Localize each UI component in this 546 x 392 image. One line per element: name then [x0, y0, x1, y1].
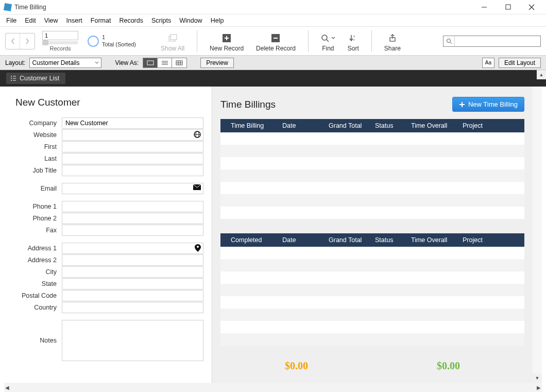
- col-time-billing: Time Billing: [231, 122, 282, 129]
- delete-record-button[interactable]: Delete Record: [256, 32, 296, 52]
- stack-icon: [168, 32, 177, 44]
- sort-button[interactable]: az Sort: [348, 32, 359, 52]
- active-billings-table: Time Billing Date Grand Total Status Tim…: [220, 119, 524, 219]
- col-status: Status: [375, 122, 411, 129]
- svg-rect-5: [170, 35, 177, 40]
- maximize-button[interactable]: [501, 4, 515, 10]
- billings-panel: Time Billings New Time Billing Time Bill…: [212, 87, 533, 383]
- sort-icon: az: [349, 32, 357, 44]
- horizontal-scrollbar[interactable]: ◀ ▶: [4, 383, 542, 392]
- prev-record-button[interactable]: [6, 33, 20, 49]
- menu-records[interactable]: Records: [119, 17, 143, 24]
- job-title-label: Job Title: [15, 167, 62, 174]
- find-button[interactable]: Find: [321, 32, 335, 52]
- preview-button[interactable]: Preview: [200, 58, 234, 68]
- job-title-field[interactable]: [62, 165, 203, 176]
- first-field[interactable]: [62, 141, 203, 152]
- table-row: [220, 309, 524, 321]
- svg-text:z: z: [353, 38, 355, 41]
- search-icon: [443, 36, 455, 46]
- view-list-button[interactable]: [158, 58, 172, 67]
- globe-icon[interactable]: [194, 131, 201, 138]
- website-label: Website: [15, 131, 62, 139]
- view-table-button[interactable]: [172, 58, 186, 67]
- table-row: [220, 145, 524, 157]
- menu-window[interactable]: Window: [179, 17, 202, 24]
- share-button[interactable]: Share: [384, 32, 401, 52]
- record-indicator: Records: [42, 31, 78, 52]
- scroll-up-button[interactable]: ▲: [537, 70, 546, 79]
- menu-edit[interactable]: Edit: [25, 17, 36, 24]
- new-record-button[interactable]: New Record: [210, 32, 244, 52]
- col-project: Project: [463, 122, 493, 129]
- address1-label: Address 1: [15, 245, 62, 252]
- record-slider[interactable]: [42, 41, 78, 44]
- mail-icon[interactable]: [193, 184, 201, 190]
- layout-select[interactable]: Customer Details: [29, 58, 101, 68]
- scroll-right-button[interactable]: ▶: [537, 385, 541, 390]
- billings-heading: Time Billings: [220, 99, 276, 110]
- menu-format[interactable]: Format: [91, 17, 111, 24]
- state-field[interactable]: [62, 278, 203, 289]
- list-icon: [10, 75, 16, 81]
- website-field[interactable]: [62, 129, 203, 141]
- company-field[interactable]: New Customer: [62, 117, 203, 129]
- close-button[interactable]: [524, 4, 539, 10]
- menu-help[interactable]: Help: [211, 17, 224, 24]
- menu-bar: File Edit View Insert Format Records Scr…: [0, 14, 546, 27]
- show-all-button[interactable]: Show All: [161, 32, 184, 52]
- company-label: Company: [15, 120, 62, 127]
- search-icon: [321, 32, 335, 44]
- col-time-overall: Time Overall: [411, 236, 463, 244]
- address2-field[interactable]: [62, 254, 203, 266]
- country-label: Country: [15, 304, 62, 311]
- menu-insert[interactable]: Insert: [66, 17, 82, 24]
- content-area: New Customer CompanyNew Customer Website…: [4, 87, 542, 383]
- app-icon: [4, 3, 12, 11]
- menu-scripts[interactable]: Scripts: [151, 17, 171, 24]
- scroll-left-button[interactable]: ◀: [5, 385, 9, 390]
- menu-file[interactable]: File: [6, 17, 16, 24]
- table-row: [220, 247, 524, 259]
- svg-point-28: [11, 76, 12, 77]
- edit-layout-button[interactable]: Edit Layout: [499, 58, 541, 68]
- postal-field[interactable]: [62, 290, 203, 301]
- address1-field[interactable]: [62, 243, 203, 254]
- svg-point-32: [11, 80, 12, 81]
- svg-text:a: a: [353, 35, 355, 38]
- formatting-bar-button[interactable]: Aa: [482, 58, 494, 68]
- phone2-field[interactable]: [62, 213, 203, 224]
- minimize-button[interactable]: [477, 4, 491, 10]
- window-title: Time Billing: [14, 4, 477, 11]
- phone1-field[interactable]: [62, 201, 203, 212]
- svg-rect-1: [506, 5, 510, 9]
- pie-icon[interactable]: [88, 36, 99, 47]
- found-count: 1: [102, 34, 136, 41]
- country-field[interactable]: [62, 302, 203, 313]
- city-field[interactable]: [62, 266, 203, 278]
- next-record-button[interactable]: [20, 33, 35, 49]
- record-number-input[interactable]: [42, 31, 78, 40]
- map-pin-icon[interactable]: [195, 244, 201, 252]
- table-row: [220, 132, 524, 145]
- new-time-billing-button[interactable]: New Time Billing: [452, 97, 524, 112]
- customer-list-button[interactable]: Customer List: [6, 73, 65, 84]
- search-input[interactable]: [455, 38, 540, 45]
- email-field[interactable]: [62, 183, 203, 194]
- layout-label: Layout:: [5, 59, 25, 66]
- context-bar: Customer List ▲: [0, 70, 546, 87]
- menu-view[interactable]: View: [44, 17, 58, 24]
- fax-field[interactable]: [62, 225, 203, 236]
- search-box[interactable]: [443, 36, 541, 47]
- notes-label: Notes: [15, 337, 62, 344]
- scroll-down-button[interactable]: ▼: [533, 373, 542, 383]
- completed-billings-table: Completed Date Grand Total Status Time O…: [220, 233, 524, 346]
- view-form-button[interactable]: [143, 58, 158, 67]
- plus-icon: [459, 101, 465, 108]
- table-row: [220, 284, 524, 296]
- notes-field[interactable]: [62, 320, 203, 361]
- col-project: Project: [463, 236, 493, 244]
- table-row: [220, 259, 524, 271]
- last-field[interactable]: [62, 153, 203, 164]
- svg-point-18: [447, 39, 450, 42]
